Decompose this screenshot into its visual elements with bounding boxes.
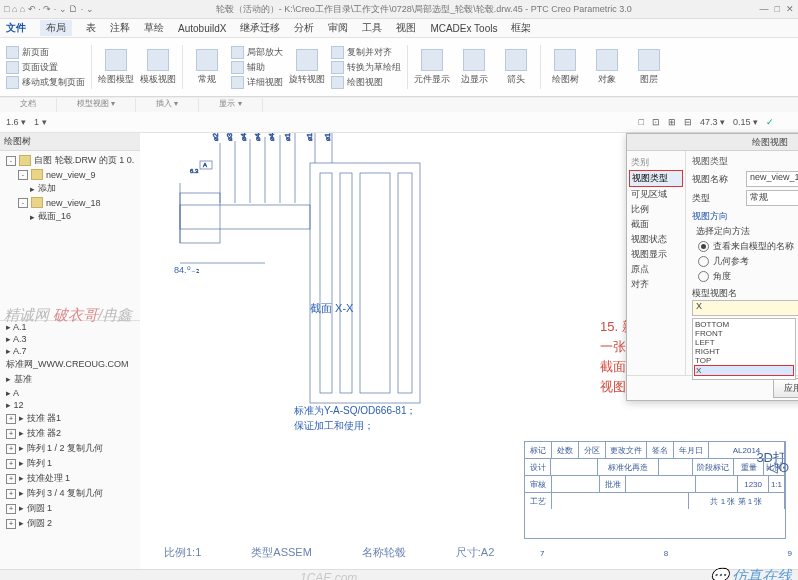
dialog-category-list[interactable]: 类别 视图类型 可见区域 比例 截面 视图状态 视图显示 原点 对齐 xyxy=(627,151,686,375)
drawing-tree-button[interactable]: 绘图树 xyxy=(545,42,585,92)
projection-button[interactable]: 局部放大 xyxy=(231,45,283,59)
view-name-input[interactable]: new_view_18 xyxy=(746,171,798,187)
view-type-select[interactable]: 常规 xyxy=(746,190,798,206)
drawing-view-dialog[interactable]: 绘图视图 ✕ 类别 视图类型 可见区域 比例 截面 视图状态 视图显示 原点 对… xyxy=(626,133,798,401)
category-item[interactable]: 比例 xyxy=(629,202,683,217)
convert-sketch-button[interactable]: 转换为草绘组 xyxy=(331,60,401,74)
new-page-button[interactable]: 新页面 xyxy=(6,45,85,59)
category-item[interactable]: 视图状态 xyxy=(629,232,683,247)
list-item[interactable]: +▸ 阵列 1 / 2 复制几何 xyxy=(0,441,140,456)
dialog-title-bar[interactable]: 绘图视图 ✕ xyxy=(627,134,798,151)
model-view-list[interactable]: BOTTOM FRONT LEFT RIGHT TOP X xyxy=(692,318,796,380)
detail-button[interactable]: 详细视图 xyxy=(231,75,283,89)
radio-angle[interactable]: 角度 xyxy=(698,270,798,283)
list-item[interactable]: +▸ 技准处理 1 xyxy=(0,471,140,486)
object-button[interactable]: 对象 xyxy=(587,42,627,92)
window-title: 轮毂（活动的）- K:\Creo工作目录\工作文件\0728\局部选型_轮毂\轮… xyxy=(94,3,754,16)
view-icon-1[interactable]: □ xyxy=(639,117,644,127)
view-icon-2[interactable]: ⊡ xyxy=(652,117,660,127)
dim-field-3[interactable]: 47.3 ▾ xyxy=(700,117,725,127)
page-setup-button[interactable]: 页面设置 xyxy=(6,60,85,74)
tree-item[interactable]: -new_view_9 xyxy=(2,168,138,181)
category-item[interactable]: 视图显示 xyxy=(629,247,683,262)
component-display-button[interactable]: 元件显示 xyxy=(412,42,452,92)
radio-geom-ref[interactable]: 几何参考 xyxy=(698,255,798,268)
list-item[interactable]: 标准网_WWW.CREOUG.COM xyxy=(0,357,140,372)
dim-field-4[interactable]: 0.15 ▾ xyxy=(733,117,758,127)
list-item[interactable]: +▸ 倒圆 1 xyxy=(0,501,140,516)
edge-display-button[interactable]: 边显示 xyxy=(454,42,494,92)
checkmark-icon[interactable]: ✓ xyxy=(766,117,774,127)
menu-inherit[interactable]: 继承迁移 xyxy=(240,21,280,35)
menu-frame[interactable]: 框架 xyxy=(511,21,531,35)
layer-button[interactable]: 图层 xyxy=(629,42,669,92)
menu-analysis[interactable]: 分析 xyxy=(294,21,314,35)
menu-tools[interactable]: 工具 xyxy=(362,21,382,35)
dim-84: 84.⁰₋₂ xyxy=(174,265,200,275)
rotate-view-button[interactable]: 旋转视图 xyxy=(287,42,327,92)
menu-layout[interactable]: 布局 xyxy=(40,20,72,36)
list-item-selected[interactable]: X xyxy=(694,365,794,376)
category-item[interactable]: 对齐 xyxy=(629,277,683,292)
section-modelview[interactable]: 模型视图 ▾ xyxy=(57,98,136,112)
template-view-button[interactable]: 模板视图 xyxy=(138,42,178,92)
category-item[interactable]: 截面 xyxy=(629,217,683,232)
tree-item[interactable]: ▸ 添加 xyxy=(2,181,138,196)
menu-autobuildx[interactable]: AutobuildX xyxy=(178,23,226,34)
list-item[interactable]: BOTTOM xyxy=(694,320,794,329)
list-item[interactable]: +▸ 阵列 1 xyxy=(0,456,140,471)
list-item[interactable]: ▸ 12 xyxy=(0,399,140,411)
section-insert[interactable]: 插入 ▾ xyxy=(136,98,199,112)
tree-item[interactable]: ▸ 截面_16 xyxy=(2,209,138,224)
section-display[interactable]: 显示 ▾ xyxy=(199,98,262,112)
general-view-button[interactable]: 常规 xyxy=(187,42,227,92)
menu-mcadex[interactable]: MCADEx Tools xyxy=(430,23,497,34)
svg-rect-2 xyxy=(180,193,220,243)
apply-button[interactable]: 应用 xyxy=(773,378,798,398)
menu-file[interactable]: 文件 xyxy=(6,21,26,35)
copy-align-button[interactable]: 复制并对齐 xyxy=(331,45,401,59)
view-icon-3[interactable]: ⊞ xyxy=(668,117,676,127)
radio-from-model[interactable]: 查看来自模型的名称 xyxy=(698,240,798,253)
list-item[interactable]: +▸ 阵列 3 / 4 复制几何 xyxy=(0,486,140,501)
aux-button[interactable]: 辅助 xyxy=(231,60,283,74)
list-item[interactable]: LEFT xyxy=(694,338,794,347)
list-item[interactable]: ▸ 基准 xyxy=(0,372,140,387)
model-view-input[interactable]: X xyxy=(692,300,798,316)
menu-review[interactable]: 审阅 xyxy=(328,21,348,35)
list-item[interactable]: TOP xyxy=(694,356,794,365)
quick-access[interactable]: □ ⌂ ⌂ ↶ · ↷ · ⌄ 🗋 · ⌄ xyxy=(4,4,94,14)
move-copy-page-button[interactable]: 移动或复制页面 xyxy=(6,75,85,89)
view-icon-4[interactable]: ⊟ xyxy=(684,117,692,127)
drawing-tree[interactable]: -自图 轮毂.DRW 的页 1 0. -new_view_9 ▸ 添加 -new… xyxy=(0,151,140,226)
menubar[interactable]: 文件 布局 表 注释 草绘 AutobuildX 继承迁移 分析 审阅 工具 视… xyxy=(0,19,798,38)
dim-field-2[interactable]: 1 ▾ xyxy=(34,117,47,127)
minimize-button[interactable]: — xyxy=(760,4,769,14)
category-view-type[interactable]: 视图类型 xyxy=(629,170,683,187)
list-item[interactable]: FRONT xyxy=(694,329,794,338)
list-item[interactable]: ▸ A.7 xyxy=(0,345,140,357)
list-item[interactable]: ▸ A.3 xyxy=(0,333,140,345)
list-item[interactable]: RIGHT xyxy=(694,347,794,356)
arrow-button[interactable]: 箭头 xyxy=(496,42,536,92)
drawing-view-button[interactable]: 绘图视图 xyxy=(331,75,401,89)
category-item[interactable]: 原点 xyxy=(629,262,683,277)
list-item[interactable]: +▸ 倒圆 2 xyxy=(0,516,140,531)
tree-item[interactable]: -new_view_18 xyxy=(2,196,138,209)
close-button[interactable]: ✕ xyxy=(786,4,794,14)
menu-view[interactable]: 视图 xyxy=(396,21,416,35)
drawing-model-button[interactable]: 绘图模型 xyxy=(96,42,136,92)
menu-annotate[interactable]: 注释 xyxy=(110,21,130,35)
list-item[interactable]: ▸ A xyxy=(0,387,140,399)
category-item[interactable]: 可见区域 xyxy=(629,187,683,202)
dim-field-1[interactable]: 1.6 ▾ xyxy=(6,117,26,127)
menu-sketch[interactable]: 草绘 xyxy=(144,21,164,35)
list-item[interactable]: +▸ 技准 器1 xyxy=(0,411,140,426)
list-item[interactable]: +▸ 技准 器2 xyxy=(0,426,140,441)
view-icons[interactable]: □ ⊡ ⊞ ⊟ 47.3 ▾ 0.15 ▾ ✓ xyxy=(639,117,775,127)
drawing-canvas[interactable]: ⌀27.1 ⌀37 ⌀40 ⌀48 ⌀49 ⌀114⁺¹ ⌀116⁺¹ ⌀129… xyxy=(140,133,798,569)
tree-root[interactable]: -自图 轮毂.DRW 的页 1 0. xyxy=(2,153,138,168)
model-tree[interactable]: ▸ A.1 ▸ A.3 ▸ A.7 标准网_WWW.CREOUG.COM ▸ 基… xyxy=(0,320,140,569)
menu-table[interactable]: 表 xyxy=(86,21,96,35)
maximize-button[interactable]: □ xyxy=(775,4,780,14)
